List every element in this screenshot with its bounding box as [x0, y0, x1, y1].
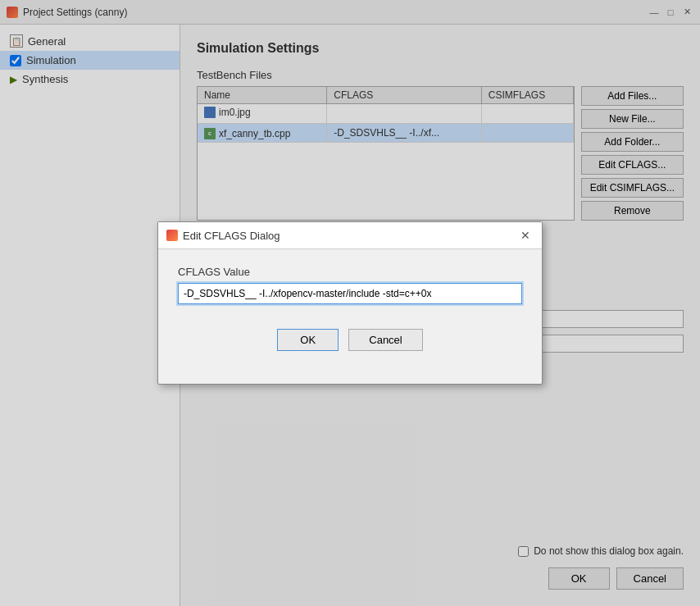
dialog-buttons: OK Cancel [178, 329, 522, 367]
dialog-app-icon [166, 230, 178, 241]
dialog-body: CFLAGS Value OK Cancel [158, 249, 542, 384]
edit-cflags-dialog: Edit CFLAGS Dialog ✕ CFLAGS Value OK Can… [157, 221, 543, 385]
dialog-field-label: CFLAGS Value [178, 266, 522, 278]
dialog-titlebar: Edit CFLAGS Dialog ✕ [158, 222, 542, 249]
dialog-titlebar-left: Edit CFLAGS Dialog [166, 230, 280, 242]
dialog-close-button[interactable]: ✕ [517, 227, 534, 244]
dialog-ok-button[interactable]: OK [277, 329, 339, 351]
cflags-value-input[interactable] [178, 283, 522, 304]
dialog-overlay: Edit CFLAGS Dialog ✕ CFLAGS Value OK Can… [0, 0, 700, 606]
dialog-title: Edit CFLAGS Dialog [183, 230, 280, 242]
dialog-cancel-button[interactable]: Cancel [348, 329, 422, 351]
